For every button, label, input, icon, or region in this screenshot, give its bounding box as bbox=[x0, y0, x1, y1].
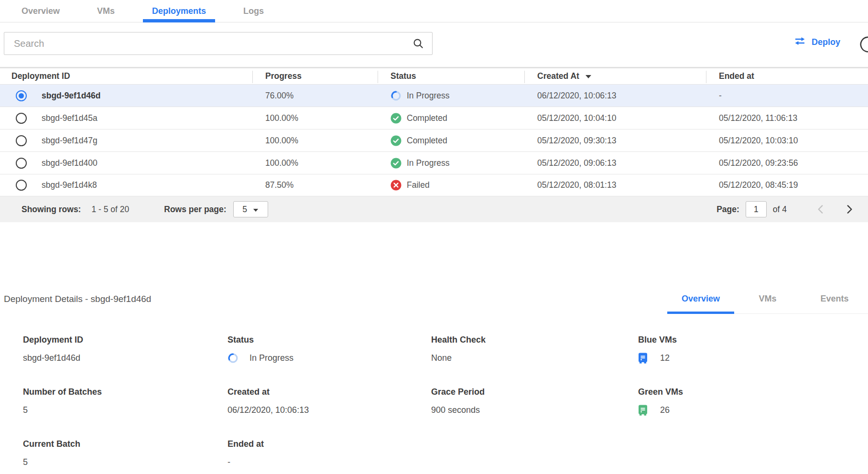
next-page-icon[interactable] bbox=[843, 203, 856, 215]
ended-at-cell: 05/12/2020, 11:06:13 bbox=[719, 113, 797, 123]
column-header-progress[interactable]: Progress bbox=[252, 68, 378, 84]
details-header: Deployment Details - sbgd-9ef1d46d Overv… bbox=[0, 284, 868, 314]
detail-field-label: Green VMs bbox=[638, 387, 868, 397]
details-tab-overview[interactable]: Overview bbox=[667, 287, 734, 313]
progress-cell: 100.00% bbox=[265, 158, 298, 168]
tab-label: Overview bbox=[682, 294, 720, 303]
tab-deployments[interactable]: Deployments bbox=[143, 0, 215, 22]
table-footer: Showing rows: 1 - 5 of 20 Rows per page:… bbox=[0, 196, 868, 222]
search-input[interactable] bbox=[4, 32, 412, 54]
check-circle-icon bbox=[391, 135, 401, 146]
status-cell: In Progress bbox=[407, 91, 449, 101]
table-row[interactable]: sbgd-9ef1d4k8 87.50% Failed 05/12/2020, … bbox=[0, 174, 868, 196]
refresh-icon[interactable] bbox=[859, 35, 868, 55]
table-row[interactable]: sbgd-9ef1d47g 100.00% Completed 05/12/20… bbox=[0, 129, 868, 151]
created-at-cell: 05/12/2020, 09:06:13 bbox=[537, 158, 616, 168]
column-header-status[interactable]: Status bbox=[378, 68, 524, 84]
tab-vms[interactable]: VMs bbox=[88, 0, 124, 22]
detail-field-label: Current Batch bbox=[23, 439, 228, 449]
showing-rows-label: Showing rows: bbox=[22, 205, 81, 215]
detail-field: Grace Period 900 seconds bbox=[431, 387, 638, 416]
column-header-deployment-id[interactable]: Deployment ID bbox=[0, 68, 252, 84]
status-icon bbox=[391, 180, 401, 191]
detail-field-value: 06/12/2020, 10:06:13 bbox=[228, 405, 309, 415]
detail-field: Created at 06/12/2020, 10:06:13 bbox=[228, 387, 431, 416]
progress-cell: 100.00% bbox=[265, 136, 298, 146]
detail-field-label: Ended at bbox=[228, 439, 431, 449]
detail-field: Blue VMs 12 bbox=[638, 335, 868, 364]
pagination: Page: of 4 bbox=[716, 201, 856, 217]
detail-field: Green VMs 26 bbox=[638, 387, 868, 416]
ended-at-cell: - bbox=[719, 91, 722, 101]
detail-field: Current Batch 5 bbox=[23, 439, 228, 468]
tab-label: Deployments bbox=[152, 6, 206, 16]
deploy-button-label: Deploy bbox=[812, 37, 840, 47]
chevron-down-icon bbox=[253, 205, 259, 215]
tab-logs[interactable]: Logs bbox=[234, 0, 273, 22]
tab-label: Events bbox=[820, 294, 848, 303]
detail-field-value: sbgd-9ef1d46d bbox=[23, 353, 80, 363]
deployment-id-cell: sbgd-9ef1d45a bbox=[42, 113, 98, 123]
page-number-input[interactable] bbox=[746, 201, 767, 217]
green-vm-icon bbox=[638, 405, 648, 416]
column-header-created-at[interactable]: Created At bbox=[524, 68, 706, 84]
detail-field-label: Blue VMs bbox=[638, 335, 868, 345]
tab-overview[interactable]: Overview bbox=[12, 0, 69, 22]
swap-arrows-icon bbox=[793, 36, 806, 48]
top-tab-bar: Overview VMs Deployments Logs bbox=[0, 0, 868, 22]
created-at-cell: 05/12/2020, 09:30:13 bbox=[537, 136, 616, 146]
row-radio-button[interactable] bbox=[16, 135, 27, 146]
deployment-id-cell: sbgd-9ef1d4k8 bbox=[42, 180, 97, 190]
check-circle-icon bbox=[391, 113, 401, 124]
deployment-id-cell: sbgd-9ef1d400 bbox=[42, 158, 98, 168]
tab-label: Overview bbox=[22, 6, 60, 16]
detail-field: Status In Progress bbox=[228, 335, 431, 364]
ended-at-cell: 05/12/2020, 08:45:19 bbox=[719, 180, 798, 190]
spinner-icon bbox=[228, 353, 239, 364]
page-label: Page: bbox=[716, 205, 739, 215]
rows-per-page-value: 5 bbox=[242, 205, 247, 215]
details-tab-bar: Overview VMs Events bbox=[667, 287, 868, 314]
table-row[interactable]: sbgd-9ef1d400 100.00% In Progress 05/12/… bbox=[0, 151, 868, 174]
deployment-id-cell: sbgd-9ef1d47g bbox=[42, 136, 98, 146]
status-cell: Failed bbox=[407, 180, 430, 190]
check-circle-icon bbox=[391, 158, 401, 169]
detail-field-icon bbox=[228, 353, 239, 364]
sort-descending-icon bbox=[585, 71, 592, 81]
progress-cell: 100.00% bbox=[265, 113, 298, 123]
detail-field-label: Number of Batches bbox=[23, 387, 228, 397]
blue-vm-icon bbox=[638, 353, 648, 364]
progress-cell: 76.00% bbox=[265, 91, 293, 101]
spinner-icon bbox=[391, 90, 401, 101]
column-header-ended-at[interactable]: Ended at bbox=[706, 68, 868, 84]
search-icon[interactable] bbox=[412, 37, 424, 50]
progress-cell: 87.50% bbox=[265, 180, 293, 190]
status-icon bbox=[391, 113, 401, 124]
toolbar: Deploy bbox=[0, 32, 868, 55]
table-row[interactable]: sbgd-9ef1d45a 100.00% Completed 05/12/20… bbox=[0, 107, 868, 129]
status-cell: In Progress bbox=[407, 158, 449, 168]
details-tab-events[interactable]: Events bbox=[801, 287, 868, 313]
tab-label: Logs bbox=[243, 6, 264, 16]
row-radio-button[interactable] bbox=[16, 90, 27, 101]
tab-label: VMs bbox=[759, 294, 776, 303]
detail-field-label: Grace Period bbox=[431, 387, 638, 397]
previous-page-icon[interactable] bbox=[814, 203, 827, 215]
status-icon bbox=[391, 135, 401, 146]
row-radio-button[interactable] bbox=[16, 180, 27, 191]
detail-field: Ended at - bbox=[228, 439, 431, 468]
detail-field-value: 5 bbox=[23, 405, 28, 415]
deployment-id-cell: sbgd-9ef1d46d bbox=[42, 91, 101, 101]
details-tab-vms[interactable]: VMs bbox=[734, 287, 801, 313]
showing-rows-value: 1 - 5 of 20 bbox=[91, 205, 129, 215]
created-at-cell: 05/12/2020, 10:04:10 bbox=[537, 113, 616, 123]
row-radio-button[interactable] bbox=[16, 158, 27, 169]
deploy-button[interactable]: Deploy bbox=[793, 36, 840, 48]
deployments-table: Deployment ID Progress Status Created At… bbox=[0, 67, 868, 222]
row-radio-button[interactable] bbox=[16, 113, 27, 124]
details-grid: Deployment ID sbgd-9ef1d46d Status In Pr… bbox=[0, 335, 868, 468]
detail-field-value: None bbox=[431, 353, 452, 363]
rows-per-page-label: Rows per page: bbox=[164, 205, 226, 215]
table-row[interactable]: sbgd-9ef1d46d 76.00% In Progress 06/12/2… bbox=[0, 84, 868, 107]
rows-per-page-select[interactable]: 5 bbox=[233, 201, 268, 217]
